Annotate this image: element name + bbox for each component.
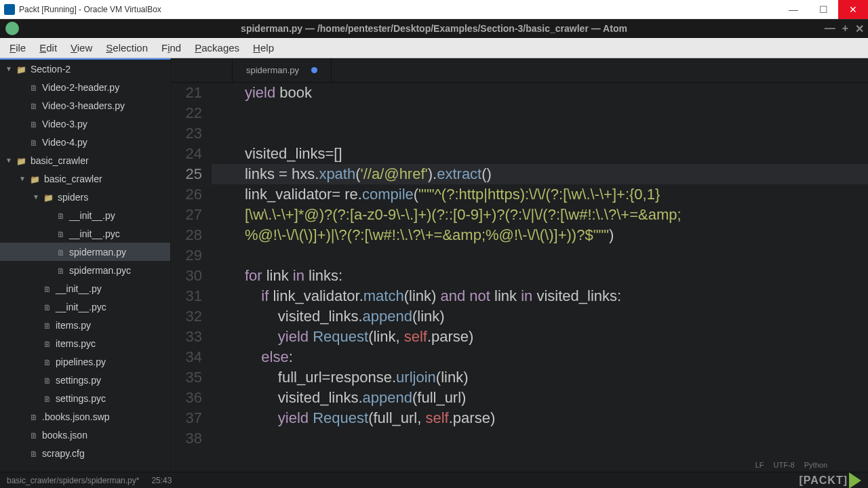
file-items-pyc[interactable]: items.pyc (0, 334, 170, 352)
maximize-button[interactable]: ☐ (808, 0, 838, 19)
virtualbox-titlebar: Packt [Running] - Oracle VM VirtualBox —… (0, 0, 868, 19)
file---init---pyc[interactable]: __init__.pyc (0, 224, 170, 243)
atom-title: spiderman.py — /home/pentester/Desktop/E… (241, 23, 627, 34)
play-icon (849, 472, 861, 489)
code-content[interactable]: yield book visited_links=[] links = hxs.… (212, 83, 868, 472)
file-video-2-header-py[interactable]: Video-2-header.py (0, 78, 170, 96)
menu-view[interactable]: View (64, 39, 99, 56)
virtualbox-icon (4, 4, 15, 15)
file-spiderman-py[interactable]: spiderman.py (0, 243, 170, 261)
file---init---py[interactable]: __init__.py (0, 206, 170, 224)
modified-indicator-icon (311, 67, 317, 73)
line-gutter: 212223242526272829303132333435363738 (171, 83, 212, 472)
file-settings-pyc[interactable]: settings.pyc (0, 389, 170, 407)
menu-find[interactable]: Find (155, 39, 188, 56)
status-position[interactable]: 25:43 (151, 476, 172, 485)
file---init---pyc[interactable]: __init__.pyc (0, 298, 170, 316)
file-items-py[interactable]: items.py (0, 316, 170, 334)
status-bar: basic_crawler/spiders/spiderman.py* 25:4… (0, 472, 868, 488)
folder-basic-crawler-root[interactable]: ▼basic_crawler (0, 151, 170, 169)
atom-minimize-button[interactable]: — (825, 22, 835, 35)
close-button[interactable]: ✕ (838, 0, 868, 19)
folder-basic-crawler[interactable]: ▼basic_crawler (0, 169, 170, 188)
tab-spiderman[interactable]: spiderman.py (232, 58, 332, 82)
code-editor[interactable]: 212223242526272829303132333435363738 yie… (171, 83, 868, 472)
folder-spiders[interactable]: ▼spiders (0, 188, 170, 206)
menu-help[interactable]: Help (246, 39, 281, 56)
menu-selection[interactable]: Selection (99, 39, 155, 56)
status-path[interactable]: basic_crawler/spiders/spiderman.py* (7, 476, 139, 485)
menu-bar: File Edit View Selection Find Packages H… (0, 38, 868, 58)
packt-logo: [PACKT] (799, 474, 848, 487)
menu-edit[interactable]: Edit (33, 39, 64, 56)
editor-area: spiderman.py 212223242526272829303132333… (171, 58, 868, 472)
atom-titlebar: spiderman.py — /home/pentester/Desktop/E… (0, 19, 868, 38)
file-video-3-headers-py[interactable]: Video-3-headers.py (0, 96, 170, 115)
window-title: Packt [Running] - Oracle VM VirtualBox (19, 5, 161, 14)
file-scrapy-cfg[interactable]: scrapy.cfg (0, 444, 170, 462)
atom-close-button[interactable]: ✕ (855, 22, 864, 35)
file--books-json-swp[interactable]: .books.json.swp (0, 407, 170, 426)
atom-icon (5, 22, 19, 35)
minimize-button[interactable]: — (778, 0, 808, 19)
file-pipelines-py[interactable]: pipelines.py (0, 352, 170, 371)
file-spiderman-pyc[interactable]: spiderman.pyc (0, 261, 170, 279)
menu-file[interactable]: File (3, 39, 33, 56)
menu-packages[interactable]: Packages (188, 39, 246, 56)
file-tree[interactable]: ▼Section-2 Video-2-header.pyVideo-3-head… (0, 58, 171, 472)
tab-label: spiderman.py (246, 65, 299, 75)
file---init---py[interactable]: __init__.py (0, 279, 170, 298)
atom-maximize-button[interactable]: + (842, 22, 848, 35)
file-video-4-py[interactable]: Video-4.py (0, 133, 170, 151)
tab-bar: spiderman.py (171, 58, 868, 83)
file-books-json[interactable]: books.json (0, 426, 170, 444)
file-settings-py[interactable]: settings.py (0, 371, 170, 389)
folder-section-2[interactable]: ▼Section-2 (0, 60, 170, 78)
file-video-3-py[interactable]: Video-3.py (0, 115, 170, 133)
